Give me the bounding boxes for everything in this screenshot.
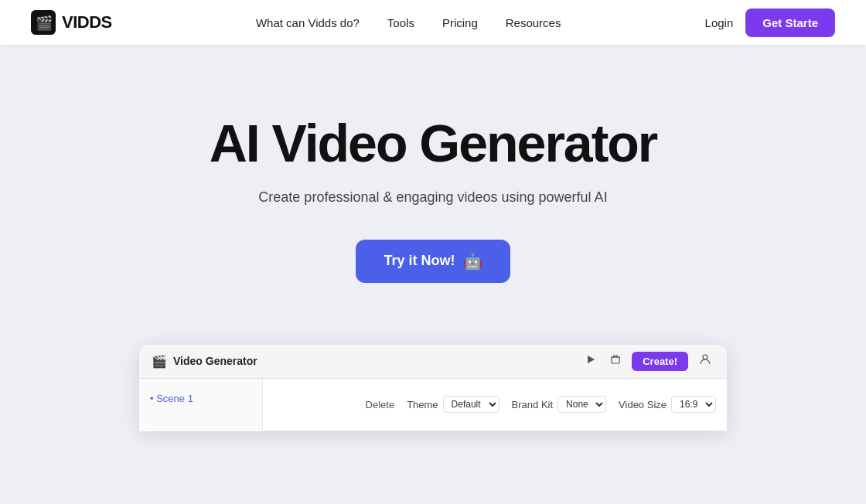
nav-tools[interactable]: Tools bbox=[387, 16, 414, 29]
preview-container: 🎬 Video Generator bbox=[0, 329, 866, 431]
brand-kit-selector: Brand Kit None bbox=[512, 396, 606, 413]
preview-body: • Scene 1 Delete Theme Default Brand Kit bbox=[139, 379, 727, 431]
preview-trash-button[interactable] bbox=[607, 352, 624, 369]
hero-subtitle: Create professional & engaging videos us… bbox=[258, 189, 607, 206]
preview-play-button[interactable] bbox=[582, 352, 599, 369]
preview-header: 🎬 Video Generator bbox=[139, 345, 727, 379]
svg-marker-2 bbox=[588, 356, 595, 363]
preview-sidebar: • Scene 1 bbox=[139, 379, 263, 431]
delete-button[interactable]: Delete bbox=[366, 399, 395, 410]
nav-links: What can Vidds do? Tools Pricing Resourc… bbox=[256, 16, 561, 29]
preview-title: Video Generator bbox=[173, 355, 257, 367]
logo-text: VIDDS bbox=[62, 12, 112, 32]
login-button[interactable]: Login bbox=[705, 16, 734, 29]
nav-what-can-vidds[interactable]: What can Vidds do? bbox=[256, 16, 360, 29]
play-icon bbox=[585, 354, 596, 365]
hero-section: AI Video Generator Create professional &… bbox=[0, 45, 866, 329]
nav-pricing[interactable]: Pricing bbox=[442, 16, 478, 29]
try-btn-label: Try it Now! bbox=[384, 253, 455, 269]
theme-selector: Theme Default bbox=[407, 396, 499, 413]
video-size-selector: Video Size 16:9 bbox=[619, 396, 716, 413]
trash-icon bbox=[610, 354, 621, 365]
try-it-now-button[interactable]: Try it Now! 🤖 bbox=[356, 240, 510, 283]
preview-header-left: 🎬 Video Generator bbox=[152, 354, 257, 369]
navbar-actions: Login Get Starte bbox=[705, 9, 835, 37]
svg-point-8 bbox=[703, 355, 707, 359]
logo[interactable]: 🎬 VIDDS bbox=[31, 10, 112, 35]
robot-icon: 🤖 bbox=[463, 252, 482, 271]
video-size-label: Video Size bbox=[619, 399, 667, 410]
preview-logo-icon: 🎬 bbox=[152, 354, 167, 369]
brand-kit-label: Brand Kit bbox=[512, 399, 553, 410]
preview-window: 🎬 Video Generator bbox=[139, 345, 727, 431]
brand-kit-dropdown[interactable]: None bbox=[557, 396, 606, 413]
svg-text:🎬: 🎬 bbox=[36, 15, 53, 32]
navbar: 🎬 VIDDS What can Vidds do? Tools Pricing… bbox=[0, 0, 866, 45]
vidds-logo-icon: 🎬 bbox=[31, 10, 56, 35]
preview-toolbar: Delete Theme Default Brand Kit None bbox=[263, 379, 727, 431]
theme-label: Theme bbox=[407, 399, 438, 410]
theme-dropdown[interactable]: Default bbox=[443, 396, 499, 413]
preview-main: Delete Theme Default Brand Kit None bbox=[263, 379, 727, 431]
preview-create-button[interactable]: Create! bbox=[632, 352, 688, 371]
user-icon bbox=[699, 353, 711, 366]
preview-user-button[interactable] bbox=[696, 352, 714, 370]
hero-title: AI Video Generator bbox=[210, 114, 657, 172]
scene-1-item[interactable]: • Scene 1 bbox=[139, 387, 262, 410]
get-started-button[interactable]: Get Starte bbox=[745, 9, 835, 37]
video-size-dropdown[interactable]: 16:9 bbox=[671, 396, 716, 413]
nav-resources[interactable]: Resources bbox=[506, 16, 561, 29]
preview-header-right: Create! bbox=[582, 352, 714, 371]
svg-rect-3 bbox=[612, 357, 619, 363]
